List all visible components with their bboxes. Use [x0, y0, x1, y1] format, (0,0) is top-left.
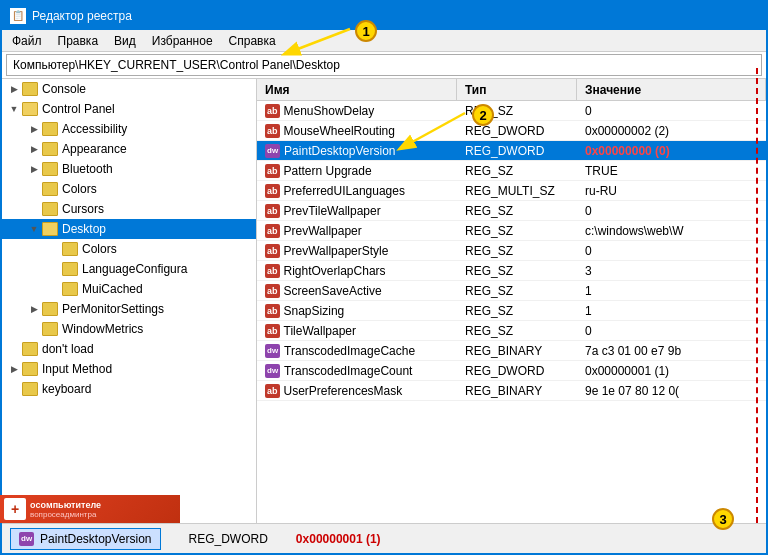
val-value-6: c:\windows\web\W — [577, 223, 766, 239]
tree-label-console: Console — [42, 82, 86, 96]
tree-item-muicached[interactable]: MuiCached — [2, 279, 256, 299]
expand-controlpanel[interactable]: ▼ — [6, 104, 22, 114]
reg-icon-ab-11: ab — [265, 324, 280, 338]
tree-item-dontload[interactable]: don't load — [2, 339, 256, 359]
tree-item-desktop[interactable]: ▼ Desktop — [2, 219, 256, 239]
tree-label-cursors: Cursors — [62, 202, 104, 216]
expand-accessibility[interactable]: ▶ — [26, 124, 42, 134]
menu-file[interactable]: Файл — [6, 33, 48, 49]
folder-icon-languageconfig — [62, 262, 78, 276]
val-name-11: TileWallpaper — [284, 324, 356, 338]
tree-item-windowmetrics[interactable]: WindowMetrics — [2, 319, 256, 339]
tree-label-dontload: don't load — [42, 342, 94, 356]
reg-icon-ab-8: ab — [265, 264, 280, 278]
value-row-preferreduilang[interactable]: ab PreferredUILanguages REG_MULTI_SZ ru-… — [257, 181, 766, 201]
folder-icon-cursors — [42, 202, 58, 216]
tree-item-permonitor[interactable]: ▶ PerMonitorSettings — [2, 299, 256, 319]
value-row-screensaveactive[interactable]: ab ScreenSaveActive REG_SZ 1 — [257, 281, 766, 301]
val-name-0: MenuShowDelay — [284, 104, 375, 118]
tree-item-keyboard[interactable]: keyboard — [2, 379, 256, 399]
value-row-menushowdelay[interactable]: ab MenuShowDelay REG_SZ 0 — [257, 101, 766, 121]
menu-help[interactable]: Справка — [223, 33, 282, 49]
value-row-mousewheelrouting[interactable]: ab MouseWheelRouting REG_DWORD 0x0000000… — [257, 121, 766, 141]
address-bar[interactable]: Компьютер\HKEY_CURRENT_USER\Control Pane… — [6, 54, 762, 76]
val-type-4: REG_MULTI_SZ — [457, 183, 577, 199]
folder-icon-appearance — [42, 142, 58, 156]
val-type-5: REG_SZ — [457, 203, 577, 219]
tree-item-desktop-colors[interactable]: Colors — [2, 239, 256, 259]
value-row-prevtilewallpaper[interactable]: ab PrevTileWallpaper REG_SZ 0 — [257, 201, 766, 221]
tree-scroll[interactable]: ▶ Console ▼ Control Panel ▶ Accessibilit… — [2, 79, 256, 523]
value-row-prevwallpaperstyle[interactable]: ab PrevWallpaperStyle REG_SZ 0 — [257, 241, 766, 261]
reg-icon-dw-12: dw — [265, 344, 280, 358]
tree-item-bluetooth[interactable]: ▶ Bluetooth — [2, 159, 256, 179]
tree-label-languageconfig: LanguageConfigura — [82, 262, 187, 276]
expand-appearance[interactable]: ▶ — [26, 144, 42, 154]
val-value-0: 0 — [577, 103, 766, 119]
main-content: ▶ Console ▼ Control Panel ▶ Accessibilit… — [2, 78, 766, 523]
val-name-5: PrevTileWallpaper — [284, 204, 381, 218]
folder-icon-desktop-colors — [62, 242, 78, 256]
folder-icon-accessibility — [42, 122, 58, 136]
value-row-patternupgrade[interactable]: ab Pattern Upgrade REG_SZ TRUE — [257, 161, 766, 181]
menu-favorites[interactable]: Избранное — [146, 33, 219, 49]
status-reg-icon: dw — [19, 532, 34, 546]
val-name-12: TranscodedImageCache — [284, 344, 415, 358]
tree-item-console[interactable]: ▶ Console — [2, 79, 256, 99]
values-header: Имя Тип Значение — [257, 79, 766, 101]
val-name-1: MouseWheelRouting — [284, 124, 395, 138]
val-name-14: UserPreferencesMask — [284, 384, 403, 398]
value-row-snapsizing[interactable]: ab SnapSizing REG_SZ 1 — [257, 301, 766, 321]
val-value-12: 7a c3 01 00 e7 9b — [577, 343, 766, 359]
tree-label-permonitor: PerMonitorSettings — [62, 302, 164, 316]
menu-bar: Файл Правка Вид Избранное Справка — [2, 30, 766, 52]
val-name-3: Pattern Upgrade — [284, 164, 372, 178]
val-type-8: REG_SZ — [457, 263, 577, 279]
tree-label-muicached: MuiCached — [82, 282, 143, 296]
value-row-rightoverlapchars[interactable]: ab RightOverlapChars REG_SZ 3 — [257, 261, 766, 281]
tree-item-controlpanel[interactable]: ▼ Control Panel — [2, 99, 256, 119]
expand-inputmethod[interactable]: ▶ — [6, 364, 22, 374]
col-header-type: Тип — [457, 79, 577, 100]
tree-item-cursors[interactable]: Cursors — [2, 199, 256, 219]
menu-view[interactable]: Вид — [108, 33, 142, 49]
folder-icon-inputmethod — [22, 362, 38, 376]
folder-icon-keyboard — [22, 382, 38, 396]
reg-icon-ab-10: ab — [265, 304, 280, 318]
value-row-transcodedimagecache[interactable]: dw TranscodedImageCache REG_BINARY 7a c3… — [257, 341, 766, 361]
tree-label-desktop-colors: Colors — [82, 242, 117, 256]
tree-item-accessibility[interactable]: ▶ Accessibility — [2, 119, 256, 139]
reg-icon-dw-13: dw — [265, 364, 280, 378]
reg-icon-ab-14: ab — [265, 384, 280, 398]
value-row-tilewallpaper[interactable]: ab TileWallpaper REG_SZ 0 — [257, 321, 766, 341]
window-title: Редактор реестра — [32, 9, 132, 23]
value-row-prevwallpaper[interactable]: ab PrevWallpaper REG_SZ c:\windows\web\W — [257, 221, 766, 241]
val-type-13: REG_DWORD — [457, 363, 577, 379]
value-row-userpreferencesmask[interactable]: ab UserPreferencesMask REG_BINARY 9e 1e … — [257, 381, 766, 401]
tree-item-inputmethod[interactable]: ▶ Input Method — [2, 359, 256, 379]
folder-icon-muicached — [62, 282, 78, 296]
val-type-14: REG_BINARY — [457, 383, 577, 399]
val-name-7: PrevWallpaperStyle — [284, 244, 389, 258]
menu-edit[interactable]: Правка — [52, 33, 105, 49]
val-type-11: REG_SZ — [457, 323, 577, 339]
status-value: 0x00000001 (1) — [296, 532, 381, 546]
value-row-transcodedimagecount[interactable]: dw TranscodedImageCount REG_DWORD 0x0000… — [257, 361, 766, 381]
expand-desktop[interactable]: ▼ — [26, 224, 42, 234]
values-panel: Имя Тип Значение ab MenuShowDelay REG_SZ… — [257, 79, 766, 523]
expand-permonitor[interactable]: ▶ — [26, 304, 42, 314]
logo-sub-text: вопросеадминтра — [30, 510, 101, 519]
val-value-14: 9e 1e 07 80 12 0( — [577, 383, 766, 399]
value-row-paintdesktopversion[interactable]: dw PaintDesktopVersion REG_DWORD 0x00000… — [257, 141, 766, 161]
folder-icon-dontload — [22, 342, 38, 356]
tree-item-appearance[interactable]: ▶ Appearance — [2, 139, 256, 159]
tree-item-languageconfig[interactable]: LanguageConfigura — [2, 259, 256, 279]
annotation-3: 3 — [712, 508, 734, 530]
values-scroll[interactable]: ab MenuShowDelay REG_SZ 0 ab MouseWheelR… — [257, 101, 766, 523]
folder-icon-colors — [42, 182, 58, 196]
expand-console[interactable]: ▶ — [6, 84, 22, 94]
tree-label-accessibility: Accessibility — [62, 122, 127, 136]
tree-label-windowmetrics: WindowMetrics — [62, 322, 143, 336]
expand-bluetooth[interactable]: ▶ — [26, 164, 42, 174]
tree-item-colors[interactable]: Colors — [2, 179, 256, 199]
